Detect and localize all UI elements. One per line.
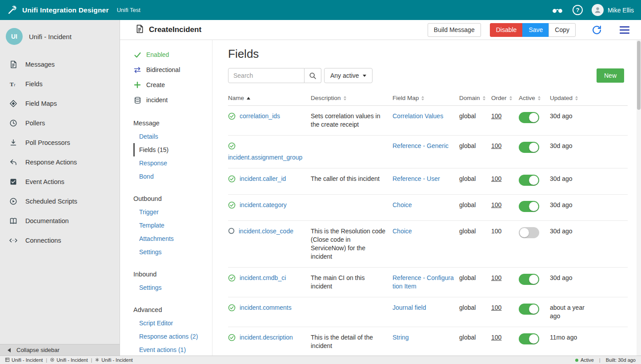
sidebar-item-connections[interactable]: Connections <box>0 231 120 250</box>
subnav-item-trigger[interactable]: Trigger <box>133 205 212 219</box>
field-order-link[interactable]: 100 <box>491 274 501 281</box>
sort-icon <box>247 97 250 100</box>
circle-icon <box>228 228 235 234</box>
active-toggle[interactable] <box>519 142 539 153</box>
active-toggle[interactable] <box>519 304 539 315</box>
subnav-status-enabled[interactable]: Enabled <box>133 47 212 62</box>
sidebar-item-poll-processors[interactable]: Poll Processors <box>0 133 120 152</box>
build-message-button[interactable]: Build Message <box>428 23 481 37</box>
subnav-item-attachments[interactable]: Attachments <box>133 232 212 245</box>
field-name-link[interactable]: incident.category <box>240 201 287 209</box>
sidebar-item-fields[interactable]: TrFields <box>0 74 120 94</box>
statusbar-separator: | <box>91 357 92 363</box>
column-header-name[interactable]: Name <box>228 95 311 101</box>
main-panel: CreateIncident Build Message Disable Sav… <box>120 20 641 356</box>
field-name-link[interactable]: incident.caller_id <box>240 175 286 183</box>
column-header-field-map[interactable]: Field Map <box>393 95 459 101</box>
field-order-link[interactable]: 100 <box>491 142 501 149</box>
copy-button[interactable]: Copy <box>549 23 576 37</box>
sidebar-item-documentation[interactable]: Documentation <box>0 211 120 231</box>
subnav-item-fields-15[interactable]: Fields (15) <box>133 143 212 156</box>
menu-icon[interactable] <box>620 26 629 34</box>
field-name-link[interactable]: incident.close_code <box>239 227 293 236</box>
fields-panel: Fields Any active New NameDescriptionFie… <box>212 40 641 356</box>
subnav-item-template[interactable]: Template <box>133 219 212 232</box>
field-name-link[interactable]: incident.assignment_group <box>228 153 302 162</box>
subnav-item-settings[interactable]: Settings <box>133 245 212 259</box>
column-header-domain[interactable]: Domain <box>459 95 491 101</box>
sidebar: UI Unifi - Incident MessagesTrFieldsFiel… <box>0 20 120 356</box>
statusbar-tab[interactable]: Unifi - Incident <box>5 357 43 363</box>
scrollbar-thumb[interactable] <box>637 41 641 110</box>
subnav-item-response[interactable]: Response <box>133 156 212 170</box>
field-description: Sets correlation values in the create re… <box>311 106 393 135</box>
field-map-link[interactable]: Choice <box>393 201 412 208</box>
subnav-status-incident[interactable]: incident <box>133 92 212 108</box>
scrollbar[interactable] <box>637 40 641 356</box>
save-button[interactable]: Save <box>522 23 549 37</box>
asterisk-icon <box>95 357 99 363</box>
check-circle-icon <box>228 304 236 312</box>
field-map-link[interactable]: Reference - User <box>393 175 440 182</box>
field-map-link[interactable]: Choice <box>393 228 412 235</box>
integration-header[interactable]: UI Unifi - Incident <box>0 20 120 49</box>
new-field-button[interactable]: New <box>597 68 624 83</box>
active-toggle[interactable] <box>519 175 539 186</box>
refresh-icon[interactable] <box>591 24 602 36</box>
sidebar-item-messages[interactable]: Messages <box>0 55 120 74</box>
table-row: incident.categoryChoiceglobal10030d ago <box>228 195 628 221</box>
field-name-link[interactable]: incident.comments <box>240 304 292 312</box>
subnav-status-create[interactable]: Create <box>133 77 212 92</box>
field-map-link[interactable]: String <box>393 334 409 341</box>
column-header-updated[interactable]: Updated <box>550 95 590 101</box>
active-filter-label: Any active <box>330 72 359 79</box>
active-filter-dropdown[interactable]: Any active <box>324 68 373 83</box>
user-menu[interactable]: Mike Ellis <box>592 4 634 16</box>
field-map-link[interactable]: Journal field <box>393 304 426 311</box>
field-map-link[interactable]: Reference - Generic <box>393 142 449 149</box>
sidebar-item-scheduled-scripts[interactable]: Scheduled Scripts <box>0 192 120 211</box>
disable-button[interactable]: Disable <box>490 23 523 37</box>
help-icon[interactable]: ? <box>573 5 583 15</box>
search-input[interactable] <box>228 68 304 83</box>
field-name-link[interactable]: incident.cmdb_ci <box>240 274 286 282</box>
collapse-sidebar-button[interactable]: Collapse sidebar <box>0 344 120 356</box>
active-toggle[interactable] <box>519 112 539 123</box>
subnav-item-details[interactable]: Details <box>133 130 212 143</box>
subnav-item-bond[interactable]: Bond <box>133 170 212 183</box>
statusbar-tab[interactable]: Unifi - Incident <box>95 357 132 363</box>
field-order-link[interactable]: 100 <box>491 201 501 208</box>
field-order-link[interactable]: 100 <box>491 175 501 182</box>
column-header-active[interactable]: Active <box>519 95 550 101</box>
active-toggle[interactable] <box>519 333 539 344</box>
glasses-icon[interactable] <box>551 6 564 14</box>
field-map-link[interactable]: Correlation Values <box>393 112 443 120</box>
field-map-link[interactable]: Reference - Configuration Item <box>393 274 454 290</box>
field-order-link[interactable]: 100 <box>491 334 501 341</box>
sidebar-item-event-actions[interactable]: Event Actions <box>0 172 120 192</box>
subnav-item-script-editor[interactable]: Script Editor <box>133 316 212 330</box>
sidebar-nav: MessagesTrFieldsField MapsPollersPoll Pr… <box>0 49 120 250</box>
field-name-link[interactable]: incident.description <box>240 333 293 342</box>
subnav-status-bidirectional[interactable]: Bidirectional <box>133 62 212 77</box>
check-circle-icon <box>228 112 236 120</box>
active-toggle[interactable] <box>519 274 539 285</box>
sidebar-item-field-maps[interactable]: Field Maps <box>0 94 120 113</box>
active-toggle[interactable] <box>519 227 539 238</box>
sort-icon <box>344 96 346 100</box>
column-header-order[interactable]: Order <box>491 95 519 101</box>
user-avatar <box>592 4 604 16</box>
field-updated: 30d ago <box>550 221 590 267</box>
column-header-description[interactable]: Description <box>311 95 393 101</box>
active-toggle[interactable] <box>519 201 539 212</box>
subnav-item-response-actions-2[interactable]: Response actions (2) <box>133 330 212 343</box>
sidebar-item-pollers[interactable]: Pollers <box>0 113 120 133</box>
subnav-item-event-actions-1[interactable]: Event actions (1) <box>133 343 212 356</box>
subnav-item-settings[interactable]: Settings <box>133 281 212 294</box>
field-order-link[interactable]: 100 <box>491 304 501 311</box>
field-order-link[interactable]: 100 <box>491 112 501 120</box>
sidebar-item-response-actions[interactable]: Response Actions <box>0 152 120 172</box>
search-button[interactable] <box>304 68 321 83</box>
field-name-link[interactable]: correlation_ids <box>240 112 280 120</box>
statusbar-tab[interactable]: Unifi - Incident <box>50 357 88 363</box>
